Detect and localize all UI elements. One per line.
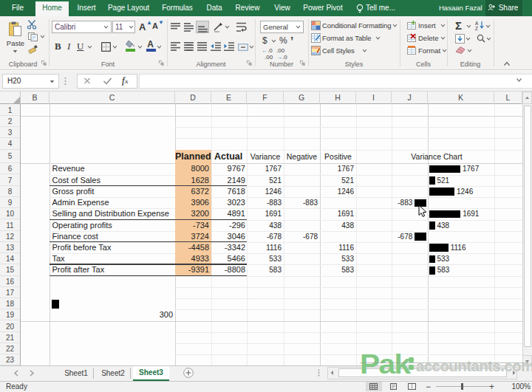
svg-text:A: A [475, 21, 479, 26]
svg-text:Z: Z [475, 26, 478, 31]
